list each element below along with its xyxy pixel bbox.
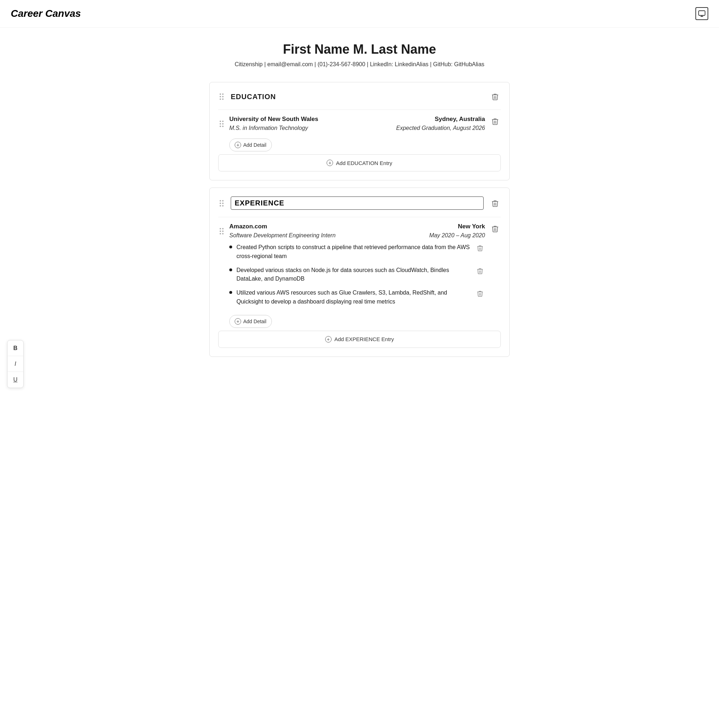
education-add-detail-plus-icon: + (235, 142, 241, 148)
app-title: Career Canvas (11, 8, 81, 19)
experience-entry-header: Amazon.com New York (229, 223, 485, 230)
education-degree: M.S. in Information Technology (229, 125, 308, 132)
education-entry: University of New South Wales Sydney, Au… (218, 110, 501, 151)
resume-header: First Name M. Last Name Citizenship | em… (0, 28, 719, 75)
experience-add-detail-label: Add Detail (243, 318, 267, 324)
education-section-title: EDUCATION (231, 93, 484, 101)
experience-location: New York (458, 223, 485, 230)
bullet-1-delete-button[interactable] (475, 243, 485, 253)
bullet-text-1: Created Python scripts to construct a pi… (237, 243, 471, 261)
experience-date: May 2020 – Aug 2020 (429, 232, 485, 239)
education-drag-handle[interactable] (218, 92, 225, 101)
education-org: University of New South Wales (229, 116, 318, 123)
education-entry-content: University of New South Wales Sydney, Au… (229, 116, 485, 151)
bullet-2-delete-button[interactable] (475, 266, 485, 276)
education-entry-delete-button[interactable] (489, 116, 501, 127)
bullet-text-3: Utilized various AWS resources such as G… (237, 289, 471, 306)
experience-entry-delete-button[interactable] (489, 223, 501, 234)
monitor-button[interactable] (695, 7, 708, 20)
resume-name: First Name M. Last Name (7, 42, 712, 57)
experience-section-header (218, 196, 501, 210)
experience-section-title-input[interactable] (231, 196, 484, 210)
education-add-detail-button[interactable]: + Add Detail (229, 139, 272, 151)
experience-entry-drag-handle[interactable] (218, 226, 225, 236)
education-delete-button[interactable] (489, 91, 501, 102)
experience-subtitle-row: Software Development Engineering Intern … (229, 232, 485, 239)
bullet-text-2: Developed various stacks on Node.js for … (237, 266, 471, 284)
experience-drag-handle[interactable] (218, 199, 225, 208)
education-entry-header: University of New South Wales Sydney, Au… (229, 116, 485, 123)
main-content: EDUCATION University of New South Wales (198, 75, 521, 378)
education-entry-row: University of New South Wales Sydney, Au… (218, 116, 501, 151)
experience-bullet-item-2: Developed various stacks on Node.js for … (229, 266, 485, 284)
bullet-3-delete-button[interactable] (475, 289, 485, 298)
experience-section: Amazon.com New York Software Development… (209, 188, 510, 357)
add-experience-label: Add EXPERIENCE Entry (334, 336, 394, 342)
svg-rect-0 (699, 11, 705, 15)
education-subtitle-row: M.S. in Information Technology Expected … (229, 125, 485, 132)
underline-button[interactable]: U (8, 372, 23, 388)
experience-bullet-item-1: Created Python scripts to construct a pi… (229, 243, 485, 261)
app-header: Career Canvas (0, 0, 719, 28)
education-section: EDUCATION University of New South Wales (209, 82, 510, 180)
experience-bullet-list: Created Python scripts to construct a pi… (229, 243, 485, 306)
add-education-plus-icon: + (327, 160, 333, 166)
experience-delete-button[interactable] (489, 197, 501, 209)
experience-entry: Amazon.com New York Software Development… (218, 217, 501, 328)
bullet-dot-3 (229, 291, 232, 294)
italic-button[interactable]: I (8, 356, 23, 372)
bold-button[interactable]: B (8, 340, 23, 356)
experience-bullet-item-3: Utilized various AWS resources such as G… (229, 289, 485, 306)
experience-org: Amazon.com (229, 223, 267, 230)
bullet-dot-1 (229, 246, 232, 248)
experience-role: Software Development Engineering Intern (229, 232, 336, 239)
education-date: Expected Graduation, August 2026 (396, 125, 485, 132)
resume-contact: Citizenship | email@email.com | (01)-234… (7, 61, 712, 68)
education-section-header: EDUCATION (218, 91, 501, 102)
add-education-entry-button[interactable]: + Add EDUCATION Entry (218, 154, 501, 171)
add-education-label: Add EDUCATION Entry (336, 160, 392, 166)
bullet-dot-2 (229, 268, 232, 271)
add-experience-entry-button[interactable]: + Add EXPERIENCE Entry (218, 331, 501, 348)
formatting-toolbar: B I U (7, 340, 24, 388)
experience-entry-row: Amazon.com New York Software Development… (218, 223, 501, 328)
add-experience-plus-icon: + (325, 336, 331, 343)
education-location: Sydney, Australia (435, 116, 485, 123)
experience-entry-content: Amazon.com New York Software Development… (229, 223, 485, 328)
experience-add-detail-plus-icon: + (235, 318, 241, 325)
education-entry-drag-handle[interactable] (218, 119, 225, 128)
experience-add-detail-button[interactable]: + Add Detail (229, 315, 272, 328)
education-add-detail-label: Add Detail (243, 142, 267, 148)
